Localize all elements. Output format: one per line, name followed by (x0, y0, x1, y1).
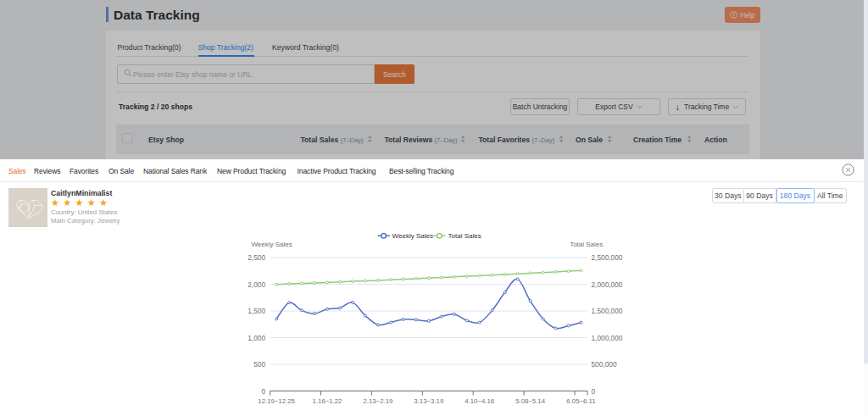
svg-text:Total Sales: Total Sales (570, 241, 603, 248)
svg-text:500,000: 500,000 (592, 360, 617, 369)
svg-text:3.13~3.19: 3.13~3.19 (414, 397, 443, 405)
svg-text:500: 500 (253, 360, 265, 369)
svg-text:1,500,000: 1,500,000 (592, 307, 623, 315)
svg-text:2,500: 2,500 (248, 253, 265, 262)
svg-text:0: 0 (592, 387, 596, 396)
svg-text:2,000: 2,000 (248, 280, 265, 289)
svg-text:Weekly Sales: Weekly Sales (251, 241, 292, 248)
svg-text:0: 0 (261, 387, 265, 396)
svg-text:2,500,000: 2,500,000 (592, 253, 623, 262)
svg-text:12.19~12.25: 12.19~12.25 (258, 397, 295, 405)
svg-text:1.16~1.22: 1.16~1.22 (313, 397, 342, 405)
svg-text:1,500: 1,500 (248, 307, 265, 315)
svg-text:4.10~4.16: 4.10~4.16 (465, 397, 494, 405)
svg-text:2.13~2.19: 2.13~2.19 (363, 397, 392, 405)
svg-text:2,000,000: 2,000,000 (592, 280, 623, 289)
svg-text:Total Sales: Total Sales (448, 232, 481, 240)
svg-text:Weekly Sales: Weekly Sales (392, 232, 433, 240)
svg-text:5.08~5.14: 5.08~5.14 (515, 397, 546, 405)
svg-text:1,000,000: 1,000,000 (592, 334, 623, 342)
svg-text:6.05~6.11: 6.05~6.11 (566, 397, 595, 405)
svg-text:1,000: 1,000 (248, 334, 265, 342)
